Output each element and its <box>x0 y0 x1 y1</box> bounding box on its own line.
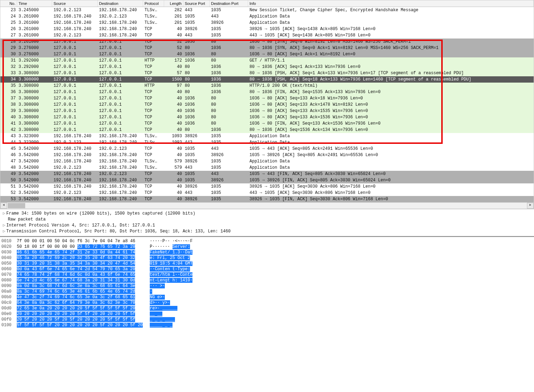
col-header-info[interactable]: Info <box>248 0 534 7</box>
packet-cell: 127.0.0.1 <box>52 45 98 51</box>
col-header-destination-port[interactable]: Destination Port <box>210 0 248 7</box>
packet-cell: TCP <box>143 95 164 102</box>
hex-row[interactable]: 00f020 5f 20 20 20 5f 20 5f 20 20 20 20 … <box>1 317 534 322</box>
hex-row[interactable]: 00600d 0a 43 6f 6e 74 65 6e 74 2d 54 79 … <box>1 266 534 272</box>
packet-cell: 443 <box>183 7 210 13</box>
packet-cell: 1035 <box>210 26 248 32</box>
hex-row[interactable]: 00d072 65 3e 0a 20 20 20 20 20 5f 5f 5f … <box>1 306 534 311</box>
packet-row[interactable]: 343.308000127.0.0.1127.0.0.1TCP150080103… <box>0 76 534 83</box>
packet-row[interactable]: 403.308000127.0.0.1127.0.0.1TCP401036801… <box>0 114 534 120</box>
hex-row[interactable]: 007074 65 78 74 2f 68 74 6d 6c 0d 0a 43 … <box>1 272 534 278</box>
packet-cell: 127.0.0.1 <box>52 114 98 120</box>
col-header-source[interactable]: Source <box>52 0 98 7</box>
hex-row[interactable]: 00b04e 47 3c 2f 74 69 74 6c 65 3e 0a 3c … <box>1 294 534 300</box>
col-header-source-port[interactable]: Source Port <box>183 0 210 7</box>
hex-bytes: 30 31 39 20 31 38 3a 35 34 3a 30 34 20 4… <box>17 261 150 266</box>
packet-row[interactable]: 293.276000127.0.0.1127.0.0.1TCP528010368… <box>0 45 534 51</box>
packet-row[interactable]: 353.308000127.0.0.1127.0.0.1HTTP97801036… <box>0 83 534 89</box>
packet-cell: 1036 → 80 [ACK] Seq=1 Ack=1 Win=8192 Len… <box>248 51 534 57</box>
packet-row[interactable]: 423.308000127.0.0.1127.0.0.1TCP408010368… <box>0 127 534 133</box>
packet-cell: 127.0.0.1 <box>98 38 143 45</box>
packet-row[interactable]: 493.542000192.168.178.240192.0.2.123TCP4… <box>0 171 534 177</box>
packet-cell: 39 <box>0 108 17 114</box>
packet-cell: 42 <box>0 127 17 133</box>
hex-bytes: 50 18 00 1f 00 00 00 00 53 65 72 76 65 7… <box>17 244 150 250</box>
packet-list-h-scrollbar[interactable]: ◄ ► <box>0 202 534 209</box>
expand-icon[interactable]: ▷ <box>3 211 6 217</box>
packet-cell: 1035 → 38926 [ACK] Seq=805 Ack=2491 Win=… <box>248 152 534 158</box>
packet-row[interactable]: 393.308000127.0.0.1127.0.0.1TCP401036801… <box>0 108 534 114</box>
packet-row[interactable]: 323.292000127.0.0.1127.0.0.1TCP408010368… <box>0 64 534 70</box>
packet-cell: 1035 <box>183 152 210 158</box>
detail-frame[interactable]: ▷Frame 34: 1500 bytes on wire (12000 bit… <box>3 211 531 217</box>
packet-cell: GET / HTTP/1.1 <box>248 57 534 64</box>
hex-row[interactable]: 004065 3a 20 46 72 69 2c 20 32 35 20 4f … <box>1 255 534 261</box>
packet-details-pane[interactable]: ▷Frame 34: 1500 bytes on wire (12000 bit… <box>0 209 534 236</box>
packet-row[interactable]: 483.542000192.0.2.123192.168.178.240TLSv… <box>0 164 534 171</box>
packet-row[interactable]: 463.542000192.168.178.240192.168.178.240… <box>0 152 534 158</box>
packet-list-pane[interactable]: No. Time Source Destination Protocol Len… <box>0 0 534 209</box>
packet-cell: Application Data <box>248 20 534 26</box>
packet-row[interactable]: 383.308000127.0.0.1127.0.0.1TCP401036801… <box>0 102 534 108</box>
packet-cell: 40 <box>164 152 183 158</box>
hex-row[interactable]: 00900a 0d 0a 3c 68 74 6d 6c 3e 0a 3c 68 … <box>1 283 534 289</box>
packet-row[interactable]: 273.261000192.0.2.123192.168.178.240TCP4… <box>0 32 534 38</box>
packet-row[interactable]: 433.323000192.168.178.240192.168.178.240… <box>0 133 534 139</box>
hex-row[interactable]: 003046 61 6b 65 4e 65 74 2f 31 2e 33 0d … <box>1 250 534 255</box>
packet-cell: 127.0.0.1 <box>52 51 98 57</box>
detail-ip[interactable]: ▷Internet Protocol Version 4, Src: 127.0… <box>3 223 531 229</box>
col-header-destination[interactable]: Destination <box>98 0 143 7</box>
col-header-protocol[interactable]: Protocol <box>143 0 164 7</box>
packet-cell: 1035 <box>210 133 248 139</box>
detail-tcp[interactable]: ▷Transmission Control Protocol, Src Port… <box>3 229 531 234</box>
packet-row[interactable]: 533.542000192.168.178.240192.168.178.240… <box>0 196 534 202</box>
packet-row[interactable]: 243.261000192.168.178.240192.0.2.123TLSv… <box>0 13 534 20</box>
detail-raw[interactable]: Raw packet data <box>3 217 531 223</box>
packet-row[interactable]: 253.261000192.168.178.240192.168.178.240… <box>0 20 534 26</box>
packet-row[interactable]: 303.276000127.0.0.1127.0.0.1TCP401036801… <box>0 51 534 57</box>
packet-row[interactable]: 233.245000192.0.2.123192.168.178.240TLSv… <box>0 7 534 13</box>
packet-cell: Application Data <box>248 158 534 164</box>
packet-row[interactable]: 333.308000127.0.0.1127.0.0.1TCP578010368… <box>0 70 534 76</box>
packet-row[interactable]: 473.542000192.168.178.240192.168.178.240… <box>0 158 534 164</box>
packet-cell: 3.261000 <box>17 20 52 26</box>
packet-cell: 28 <box>0 38 17 45</box>
packet-row[interactable]: 263.261000192.168.178.240192.168.178.240… <box>0 26 534 32</box>
expand-icon[interactable]: ▷ <box>3 223 6 229</box>
hex-row[interactable]: 00e020 20 20 20 20 20 20 20 5f 5f 20 20 … <box>1 311 534 317</box>
packet-row[interactable]: 503.542000192.168.178.240192.168.178.240… <box>0 177 534 183</box>
packet-cell: 3.542000 <box>17 190 52 196</box>
hex-row[interactable]: 00a00a 3c 74 69 74 6c 65 3e 46 61 6b 65 … <box>1 289 534 294</box>
packet-cell: 40 <box>164 190 183 196</box>
expand-icon[interactable]: ▷ <box>3 229 6 234</box>
scroll-left-icon[interactable]: ◄ <box>0 203 7 209</box>
packet-row[interactable]: 513.542000192.168.178.240192.168.178.240… <box>0 183 534 190</box>
hex-row[interactable]: 00c064 3e 0a 0a 3c 62 6f 64 79 3e 0a 3c … <box>1 300 534 306</box>
hex-row[interactable]: 00107f 00 00 01 00 50 04 0c f6 3c 7e 04 … <box>1 238 534 244</box>
hex-row[interactable]: 005030 31 39 20 31 38 3a 35 34 3a 30 34 … <box>1 261 534 266</box>
hex-row[interactable]: 002050 18 00 1f 00 00 00 00 53 65 72 76 … <box>1 244 534 250</box>
scroll-right-icon[interactable]: ► <box>527 203 534 209</box>
packet-row[interactable]: 443.323000192.0.2.123192.168.178.240TLSv… <box>0 139 534 146</box>
packet-row[interactable]: 413.308000127.0.0.1127.0.0.1TCP401036801… <box>0 120 534 127</box>
packet-cell: TCP <box>143 146 164 152</box>
hex-offset: 0030 <box>1 250 17 255</box>
packet-row[interactable]: 283.261000127.0.0.1127.0.0.1TCP521036801… <box>0 38 534 45</box>
hex-row[interactable]: 00806e 74 2d 4c 65 6e 67 74 68 3a 20 31 … <box>1 278 534 283</box>
packet-row[interactable]: 523.542000192.0.2.123192.168.178.240TCP4… <box>0 190 534 196</box>
packet-cell: 1036 → 80 [ACK] Seq=133 Ack=18 Win=7936 … <box>248 95 534 102</box>
packet-cell: 3.308000 <box>17 102 52 108</box>
col-header-time[interactable]: Time <box>17 0 52 7</box>
col-header-length[interactable]: Length <box>164 0 183 7</box>
packet-cell: 38926 <box>210 177 248 183</box>
packet-bytes-pane[interactable]: 00107f 00 00 01 00 50 04 0c f6 3c 7e 04 … <box>0 236 534 328</box>
hex-row[interactable]: 01005f 5f 5f 5f 5f 20 20 20 20 20 20 5f … <box>1 322 534 328</box>
col-header-no[interactable]: No. <box>0 0 17 7</box>
packet-row[interactable]: 313.292000127.0.0.1127.0.0.1HTTP17210368… <box>0 57 534 64</box>
packet-row[interactable]: 453.542000192.168.178.240192.0.2.123TCP4… <box>0 146 534 152</box>
packet-cell: 48 <box>0 164 17 171</box>
packet-row[interactable]: 373.308000127.0.0.1127.0.0.1TCP401036801… <box>0 95 534 102</box>
packet-row[interactable]: 363.308000127.0.0.1127.0.0.1TCP408010368… <box>0 89 534 95</box>
packet-cell: 33 <box>0 70 17 76</box>
hex-ascii: _ _ _ ____ <box>150 317 227 322</box>
